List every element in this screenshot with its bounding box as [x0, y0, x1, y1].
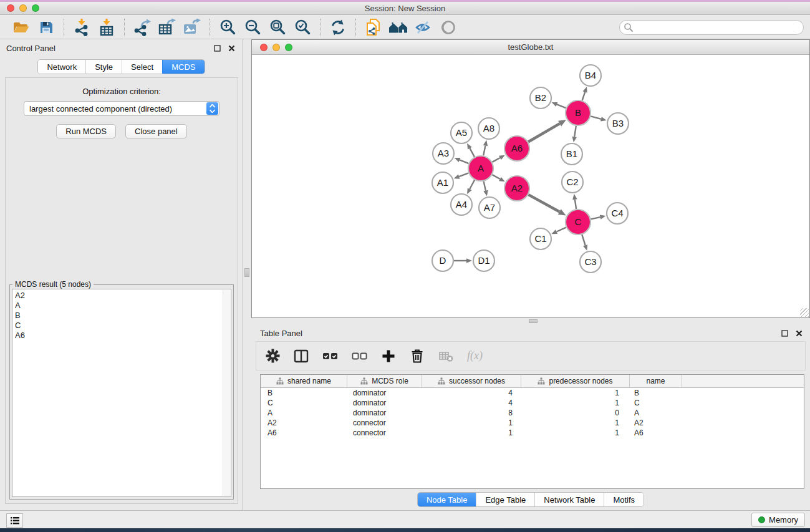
task-history-button[interactable]	[6, 513, 23, 528]
zoom-fit-content-icon[interactable]	[265, 18, 290, 37]
graph-node-B[interactable]: B	[566, 100, 591, 125]
column-header-successor-nodes[interactable]: successor nodes	[422, 375, 521, 387]
network-window-titlebar[interactable]: testGlobe.txt	[252, 40, 809, 55]
graph-node-C2[interactable]: C2	[562, 172, 583, 193]
graph-node-A6[interactable]: A6	[504, 136, 529, 161]
column-header-mcds-role[interactable]: MCDS role	[347, 375, 422, 387]
graph-node-A[interactable]: A	[468, 156, 493, 181]
settings-gear-icon[interactable]	[265, 349, 280, 364]
float-panel-icon[interactable]	[212, 43, 222, 53]
function-builder-icon[interactable]: f(x)	[467, 349, 483, 362]
graph-edge-A-A1[interactable]	[459, 173, 468, 177]
graph-node-D[interactable]: D	[432, 250, 453, 271]
zoom-in-icon[interactable]	[215, 18, 240, 37]
graph-edge-A-A2[interactable]	[492, 175, 499, 179]
graph-edge-A-A3[interactable]	[460, 160, 469, 163]
tab-edge-table[interactable]: Edge Table	[476, 493, 534, 506]
splitter-grip[interactable]	[529, 319, 538, 323]
show-columns-icon[interactable]	[294, 349, 309, 364]
refresh-layout-icon[interactable]	[325, 18, 350, 37]
table-row[interactable]: Bdominator41B	[261, 388, 804, 398]
graph-edge-A-A8[interactable]	[483, 145, 485, 155]
graph-edge-C-C2[interactable]	[575, 200, 576, 209]
tab-network[interactable]: Network	[38, 60, 85, 74]
export-network-icon[interactable]	[130, 18, 155, 37]
graph-node-A2[interactable]: A2	[504, 176, 529, 201]
graph-node-B3[interactable]: B3	[607, 113, 629, 134]
column-header-shared-name[interactable]: shared name	[261, 375, 347, 387]
close-panel-icon[interactable]	[226, 43, 236, 53]
table-row[interactable]: A2connector11A2	[261, 418, 804, 428]
select-all-icon[interactable]	[322, 349, 338, 364]
result-list-item[interactable]: A6	[15, 331, 231, 341]
table-row[interactable]: Adominator80A	[261, 408, 804, 418]
graph-edge-A2-C[interactable]	[528, 195, 559, 211]
graph-edge-A6-B[interactable]	[528, 123, 559, 142]
graph-node-A5[interactable]: A5	[451, 122, 472, 143]
mcds-result-list[interactable]: A2ABCA6	[12, 289, 231, 497]
graph-edge-B-B4[interactable]	[582, 92, 586, 101]
graph-edge-B-B1[interactable]	[574, 126, 576, 137]
tab-motifs[interactable]: Motifs	[604, 493, 644, 506]
result-list-item[interactable]: A2	[15, 291, 231, 301]
graph-node-C3[interactable]: C3	[580, 251, 601, 273]
add-row-icon[interactable]	[381, 349, 396, 364]
zoom-selected-icon[interactable]	[290, 18, 315, 37]
result-list-item[interactable]: C	[15, 321, 231, 331]
graph-node-C[interactable]: C	[566, 210, 591, 235]
graph-node-A1[interactable]: A1	[432, 172, 453, 193]
graph-edge-C-C4[interactable]	[591, 217, 600, 219]
tab-network-table[interactable]: Network Table	[534, 493, 604, 506]
graph-edge-A-A4[interactable]	[470, 180, 475, 190]
node-table[interactable]: shared nameMCDS rolesuccessor nodesprede…	[260, 374, 804, 489]
graph-edge-C-C3[interactable]	[582, 235, 585, 245]
export-image-icon[interactable]	[180, 18, 205, 37]
vertical-splitter[interactable]	[243, 39, 251, 510]
criterion-select[interactable]: largest connected component (directed)	[24, 101, 219, 116]
tab-select[interactable]: Select	[122, 60, 162, 74]
graph-node-A7[interactable]: A7	[479, 197, 500, 218]
column-header-name[interactable]: name	[630, 375, 682, 387]
graph-node-A8[interactable]: A8	[478, 118, 499, 139]
save-session-icon[interactable]	[34, 18, 59, 37]
table-row[interactable]: A6connector11A6	[261, 428, 804, 438]
tab-style[interactable]: Style	[85, 60, 122, 74]
memory-button[interactable]: Memory	[751, 513, 805, 527]
tab-mcds[interactable]: MCDS	[162, 60, 204, 74]
delete-row-icon[interactable]	[410, 349, 425, 364]
graph-node-A3[interactable]: A3	[433, 143, 454, 164]
result-list-item[interactable]: B	[15, 311, 231, 321]
resize-grip-icon[interactable]	[800, 308, 809, 317]
hide-graphics-details-icon[interactable]	[411, 18, 436, 37]
result-list-scrollbar[interactable]	[223, 290, 230, 496]
deselect-all-icon[interactable]	[352, 349, 367, 364]
graph-edge-C-C1[interactable]	[557, 228, 566, 232]
close-panel-button[interactable]: Close panel	[125, 124, 187, 138]
duplicate-network-view-icon[interactable]	[361, 18, 386, 37]
import-table-icon[interactable]	[94, 18, 119, 37]
graph-node-B2[interactable]: B2	[530, 87, 551, 109]
graph-node-A4[interactable]: A4	[451, 194, 472, 215]
home-views-icon[interactable]	[386, 18, 411, 37]
bird-eye-view-icon[interactable]	[436, 18, 461, 37]
graph-edge-A-A6[interactable]	[492, 158, 499, 162]
tab-node-table[interactable]: Node Table	[418, 493, 476, 506]
horizontal-splitter[interactable]	[251, 318, 810, 324]
open-session-icon[interactable]	[9, 18, 34, 37]
graph-edge-B-B3[interactable]	[591, 116, 601, 118]
splitter-grip[interactable]	[244, 268, 249, 277]
result-list-item[interactable]: A	[15, 301, 231, 311]
graph-node-B4[interactable]: B4	[580, 65, 601, 86]
graph-node-C4[interactable]: C4	[607, 203, 628, 224]
search-input[interactable]	[619, 20, 804, 35]
delete-table-icon[interactable]	[438, 349, 453, 364]
node-table-header[interactable]: shared nameMCDS rolesuccessor nodesprede…	[261, 375, 804, 388]
float-panel-icon[interactable]	[779, 328, 789, 338]
column-header-predecessor-nodes[interactable]: predecessor nodes	[521, 375, 630, 387]
run-mcds-button[interactable]: Run MCDS	[56, 124, 116, 138]
import-network-icon[interactable]	[69, 18, 94, 37]
graph-edge-A-A7[interactable]	[484, 181, 486, 190]
network-canvas[interactable]: AA1A2A3A4A5A6A7A8BB1B2B3B4CC1C2C3C4DD1	[252, 55, 809, 317]
table-row[interactable]: Cdominator41C	[261, 398, 804, 408]
graph-edge-B-B2[interactable]	[557, 104, 566, 108]
